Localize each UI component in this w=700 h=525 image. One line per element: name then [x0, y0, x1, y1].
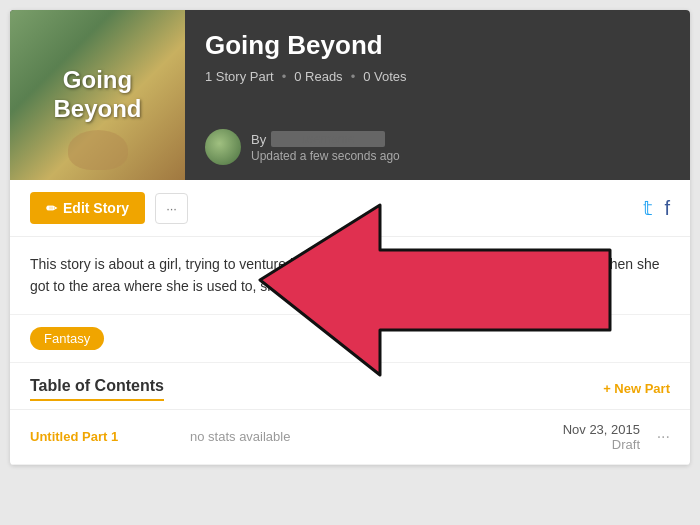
author-username: username: [271, 131, 384, 147]
table-row: Untitled Part 1 no stats available Nov 2…: [10, 410, 690, 465]
dot1: •: [282, 69, 287, 84]
new-part-button[interactable]: + New Part: [603, 381, 670, 396]
story-meta: 1 Story Part • 0 Reads • 0 Votes: [205, 69, 670, 84]
toc-title: Table of Contents: [30, 377, 164, 401]
social-icons: 𝕥 f: [643, 196, 670, 220]
cover-text: Going Beyond: [43, 56, 151, 134]
part-stats: no stats available: [190, 429, 520, 444]
pencil-icon: ✏: [46, 201, 57, 216]
part-date-value: Nov 23, 2015: [520, 422, 640, 437]
part-status: Draft: [520, 437, 640, 452]
toc-header: Table of Contents + New Part: [10, 363, 690, 410]
part-title[interactable]: Untitled Part 1: [30, 429, 190, 444]
story-title: Going Beyond: [205, 30, 670, 61]
avatar: [205, 129, 241, 165]
tags-section: Fantasy: [10, 315, 690, 363]
cover-image: Going Beyond: [10, 10, 185, 180]
fantasy-tag[interactable]: Fantasy: [30, 327, 104, 350]
edit-button-label: Edit Story: [63, 200, 129, 216]
author-row: By username Updated a few seconds ago: [205, 129, 670, 165]
updated-timestamp: Updated a few seconds ago: [251, 149, 400, 163]
more-options-button[interactable]: ···: [155, 193, 188, 224]
twitter-icon[interactable]: 𝕥: [643, 196, 652, 220]
story-header: Going Beyond Going Beyond 1 Story Part •…: [10, 10, 690, 180]
part-date: Nov 23, 2015 Draft: [520, 422, 640, 452]
votes-count: 0 Votes: [363, 69, 406, 84]
dot2: •: [351, 69, 356, 84]
facebook-icon[interactable]: f: [664, 197, 670, 220]
avatar-image: [205, 129, 241, 165]
part-actions-button[interactable]: ···: [640, 428, 670, 446]
reads-count: 0 Reads: [294, 69, 342, 84]
actions-left: ✏ Edit Story ···: [30, 192, 188, 224]
story-parts-count: 1 Story Part: [205, 69, 274, 84]
story-card: Going Beyond Going Beyond 1 Story Part •…: [10, 10, 690, 465]
author-name: By username: [251, 131, 400, 147]
edit-story-button[interactable]: ✏ Edit Story: [30, 192, 145, 224]
actions-bar: ✏ Edit Story ··· 𝕥 f: [10, 180, 690, 237]
story-description: This story is about a girl, trying to ve…: [10, 237, 690, 315]
author-details: By username Updated a few seconds ago: [251, 131, 400, 163]
header-info: Going Beyond 1 Story Part • 0 Reads • 0 …: [185, 10, 690, 180]
